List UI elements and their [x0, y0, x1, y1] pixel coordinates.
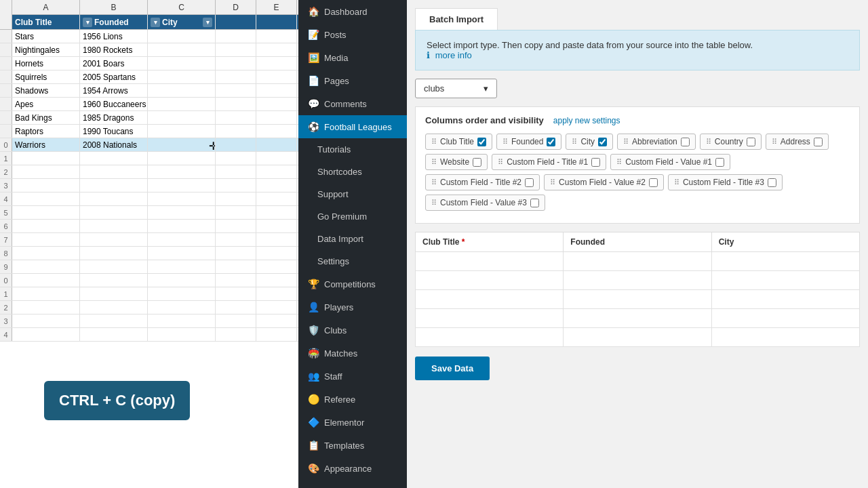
col-header-a: A: [12, 0, 80, 15]
import-row: [416, 328, 860, 347]
founded-filter-icon[interactable]: ▾: [83, 18, 92, 27]
table-row: 7: [0, 233, 298, 247]
col-header-c: C: [148, 0, 216, 15]
sidebar-item-clubs[interactable]: 🛡️ Clubs: [298, 319, 407, 342]
sidebar-item-comments[interactable]: 💬 Comments: [298, 92, 407, 115]
sidebar-item-templates[interactable]: 📋 Templates: [298, 434, 407, 457]
sidebar-item-referee[interactable]: 🟡 Referee: [298, 388, 407, 411]
club-title-checkbox[interactable]: [477, 138, 486, 146]
sidebar-item-staff[interactable]: 👥 Staff: [298, 365, 407, 388]
country-checkbox[interactable]: [747, 138, 755, 146]
cf-title3-checkbox[interactable]: [768, 178, 776, 187]
sidebar-item-settings[interactable]: Settings: [298, 250, 407, 272]
club-title-input-1[interactable]: [416, 252, 563, 270]
appearance-icon: 🎨: [308, 463, 319, 474]
sidebar-item-matches[interactable]: 🏟️ Matches: [298, 342, 407, 365]
website-tag-label: Website: [440, 157, 469, 167]
sidebar-item-go-premium[interactable]: Go Premium: [298, 205, 407, 228]
club-title-input-5[interactable]: [416, 328, 563, 346]
address-checkbox[interactable]: [814, 138, 823, 146]
column-tags-row-1: ⠿ Club Title ⠿ Founded ⠿ City ⠿ Abbrevia…: [425, 134, 850, 150]
website-tag[interactable]: ⠿ Website: [425, 154, 488, 170]
founded-tag[interactable]: ⠿ Founded: [496, 134, 561, 150]
founded-input-3[interactable]: [564, 290, 711, 308]
club-title-input-2[interactable]: [416, 271, 563, 289]
city-header-cell[interactable]: ▾ City ▾: [148, 15, 216, 29]
players-icon: 👤: [308, 302, 319, 312]
cf-title2-checkbox[interactable]: [525, 178, 534, 187]
founded-checkbox[interactable]: [547, 138, 555, 146]
col-header-e: E: [256, 0, 297, 15]
abbreviation-checkbox[interactable]: [681, 138, 690, 146]
cf-title1-checkbox[interactable]: [591, 158, 600, 167]
city-input-5[interactable]: [712, 328, 859, 346]
import-row: [416, 309, 860, 328]
address-tag[interactable]: ⠿ Address: [766, 134, 829, 150]
columns-section: Columns order and visibility apply new s…: [415, 106, 860, 224]
sidebar-item-support[interactable]: Support: [298, 183, 407, 205]
club-title-input-3[interactable]: [416, 290, 563, 308]
import-row: [416, 252, 860, 271]
more-info-link[interactable]: more info: [435, 50, 472, 60]
city-dropdown-icon[interactable]: ▾: [203, 18, 212, 27]
batch-import-tab[interactable]: Batch Import: [415, 8, 498, 30]
import-row: [416, 271, 860, 290]
country-tag-label: Country: [715, 137, 743, 146]
import-type-select[interactable]: clubs players matches competitions staff…: [415, 79, 497, 98]
import-type-dropdown[interactable]: clubs players matches competitions staff…: [424, 83, 478, 94]
table-row: 9: [0, 260, 298, 274]
data-header-row: Club Title ▾ Founded ▾ City ▾: [0, 15, 298, 30]
sidebar-item-players[interactable]: 👤 Players: [298, 296, 407, 319]
sidebar-item-posts[interactable]: 📝 Posts: [298, 23, 407, 46]
founded-header-cell[interactable]: ▾ Founded: [80, 15, 148, 29]
website-checkbox[interactable]: [473, 158, 481, 167]
cf-value1-checkbox[interactable]: [715, 158, 724, 167]
city-tag[interactable]: ⠿ City: [566, 134, 613, 150]
save-data-button[interactable]: Save Data: [415, 357, 490, 380]
info-circle-icon: ℹ: [427, 50, 430, 60]
country-tag[interactable]: ⠿ Country: [700, 134, 762, 150]
cf-value2-tag[interactable]: ⠿ Custom Field - Value #2: [544, 174, 664, 190]
table-row: 8: [0, 247, 298, 260]
sidebar-item-shortcodes[interactable]: Shortcodes: [298, 161, 407, 183]
city-input-4[interactable]: [712, 309, 859, 327]
drag-handle-icon: ⠿: [431, 178, 437, 187]
drag-handle-icon: ⠿: [498, 158, 503, 167]
cf-title2-tag[interactable]: ⠿ Custom Field - Title #2: [425, 174, 540, 190]
founded-input-2[interactable]: [564, 271, 711, 289]
drag-handle-icon: ⠿: [572, 138, 577, 146]
sidebar-item-dashboard[interactable]: 🏠 Dashboard: [298, 0, 407, 23]
sidebar-item-tutorials[interactable]: Tutorials: [298, 138, 407, 161]
sidebar-item-competitions[interactable]: 🏆 Competitions: [298, 272, 407, 296]
city-filter-icon[interactable]: ▾: [151, 18, 160, 27]
table-row: Nightingales 1980 Rockets: [0, 43, 298, 57]
sidebar-item-data-import[interactable]: Data Import: [298, 228, 407, 250]
cf-value3-tag[interactable]: ⠿ Custom Field - Value #3: [425, 195, 545, 211]
abbreviation-tag[interactable]: ⠿ Abbreviation: [617, 134, 696, 150]
info-box: Select import type. Then copy and paste …: [415, 30, 860, 70]
cf-value1-tag[interactable]: ⠿ Custom Field - Value #1: [610, 154, 730, 170]
city-checkbox[interactable]: [598, 138, 607, 146]
cf-title1-tag[interactable]: ⠿ Custom Field - Title #1: [492, 154, 606, 170]
cf-title1-tag-label: Custom Field - Title #1: [507, 157, 588, 167]
founded-input-5[interactable]: [564, 328, 711, 346]
club-header-cell[interactable]: Club Title: [12, 15, 80, 29]
founded-input-4[interactable]: [564, 309, 711, 327]
sidebar-item-football-leagues[interactable]: ⚽ Football Leagues: [298, 115, 407, 138]
city-input-3[interactable]: [712, 290, 859, 308]
founded-input-1[interactable]: [564, 252, 711, 270]
city-input-1[interactable]: [712, 252, 859, 270]
sidebar-item-appearance[interactable]: 🎨 Appearance: [298, 457, 407, 480]
sidebar-item-elementor[interactable]: 🔷 Elementor: [298, 411, 407, 434]
cf-title3-tag[interactable]: ⠿ Custom Field - Title #3: [668, 174, 783, 190]
apply-settings-link[interactable]: apply new settings: [553, 116, 620, 125]
cf-value2-checkbox[interactable]: [649, 178, 658, 187]
club-title-tag[interactable]: ⠿ Club Title: [425, 134, 492, 150]
cf-value3-checkbox[interactable]: [530, 199, 539, 207]
city-input-2[interactable]: [712, 271, 859, 289]
sidebar-item-media[interactable]: 🖼️ Media: [298, 46, 407, 69]
drag-handle-icon: ⠿: [772, 138, 777, 146]
import-type-row: clubs players matches competitions staff…: [415, 79, 860, 98]
sidebar-item-pages[interactable]: 📄 Pages: [298, 69, 407, 92]
club-title-input-4[interactable]: [416, 309, 563, 327]
